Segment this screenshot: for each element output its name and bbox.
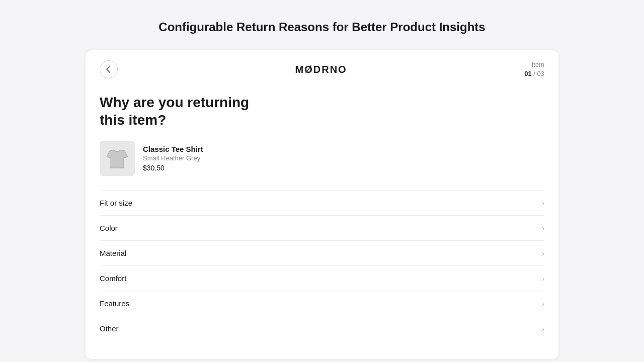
return-title: Why are you returning this item?	[100, 94, 544, 129]
reason-label-fit-or-size: Fit or size	[100, 199, 132, 207]
back-button[interactable]	[100, 60, 118, 78]
item-label: Item	[524, 60, 544, 69]
card-body: Why are you returning this item? Classic…	[86, 88, 558, 359]
product-price: $30.50	[143, 164, 203, 172]
reason-item-features[interactable]: Features›	[100, 291, 544, 316]
reason-item-color[interactable]: Color›	[100, 216, 544, 241]
chevron-icon-material: ›	[542, 249, 544, 257]
item-counter: Item 01 / 03	[524, 60, 544, 78]
reason-label-other: Other	[100, 324, 119, 333]
return-card: MØDRNO Item 01 / 03 Why are you returnin…	[86, 50, 558, 359]
reason-label-comfort: Comfort	[100, 274, 126, 283]
product-variant: Small Heather Grey	[143, 154, 203, 162]
product-details: Classic Tee Shirt Small Heather Grey $30…	[143, 145, 203, 172]
reason-item-material[interactable]: Material›	[100, 241, 544, 266]
item-separator: /	[533, 70, 535, 77]
reason-label-features: Features	[100, 299, 129, 308]
return-reasons-list: Fit or size›Color›Material›Comfort›Featu…	[100, 190, 544, 341]
reason-item-fit-or-size[interactable]: Fit or size›	[100, 191, 544, 216]
card-header: MØDRNO Item 01 / 03	[86, 50, 558, 88]
chevron-icon-fit-or-size: ›	[542, 199, 544, 207]
product-image	[100, 141, 135, 176]
item-current: 01	[524, 70, 531, 77]
brand-logo: MØDRNO	[295, 64, 347, 75]
page-title: Configurable Return Reasons for Better P…	[158, 20, 485, 34]
chevron-icon-color: ›	[542, 224, 544, 232]
reason-item-other[interactable]: Other›	[100, 316, 544, 341]
chevron-icon-features: ›	[542, 300, 544, 308]
chevron-icon-comfort: ›	[542, 275, 544, 283]
reason-item-comfort[interactable]: Comfort›	[100, 266, 544, 291]
product-name: Classic Tee Shirt	[143, 145, 203, 153]
chevron-icon-other: ›	[542, 325, 544, 333]
reason-label-color: Color	[100, 224, 118, 232]
reason-label-material: Material	[100, 249, 126, 257]
product-info: Classic Tee Shirt Small Heather Grey $30…	[100, 141, 544, 178]
item-total: 03	[537, 70, 544, 77]
